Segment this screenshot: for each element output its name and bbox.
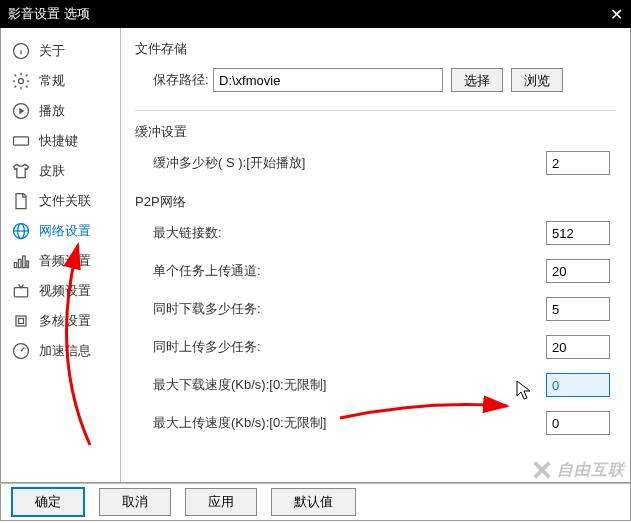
sidebar-item-accel[interactable]: 加速信息 — [1, 336, 120, 366]
ok-button[interactable]: 确定 — [11, 487, 85, 517]
svg-marker-5 — [19, 108, 24, 115]
sidebar-item-label: 音频设置 — [39, 252, 91, 270]
sidebar-item-general[interactable]: 常规 — [1, 66, 120, 96]
info-icon — [11, 41, 31, 61]
p2p-title: P2P网络 — [135, 193, 616, 211]
window-title: 影音设置 选项 — [8, 5, 90, 23]
sidebar-item-multicore[interactable]: 多核设置 — [1, 306, 120, 336]
cancel-button[interactable]: 取消 — [99, 488, 171, 516]
sidebar-item-label: 网络设置 — [39, 222, 91, 240]
sidebar-item-about[interactable]: 关于 — [1, 36, 120, 66]
svg-line-21 — [21, 348, 24, 351]
gear-icon — [11, 71, 31, 91]
buffer-seconds-input[interactable] — [546, 151, 610, 175]
max-conn-input[interactable] — [546, 221, 610, 245]
concurrent-dl-label: 同时下载多少任务: — [153, 300, 353, 318]
svg-rect-13 — [14, 263, 17, 268]
sidebar-item-playback[interactable]: 播放 — [1, 96, 120, 126]
sidebar-item-video[interactable]: 视频设置 — [1, 276, 120, 306]
sidebar-item-label: 快捷键 — [39, 132, 78, 150]
max-ul-speed-input[interactable] — [546, 411, 610, 435]
sidebar-item-assoc[interactable]: 文件关联 — [1, 186, 120, 216]
divider — [135, 110, 616, 111]
keyboard-icon — [11, 131, 31, 151]
apply-button[interactable]: 应用 — [185, 488, 257, 516]
browse-button[interactable]: 浏览 — [511, 68, 563, 92]
titlebar: 影音设置 选项 ✕ — [0, 0, 631, 28]
tv-icon — [11, 281, 31, 301]
watermark: 自由互联 — [531, 459, 625, 481]
main-area: 关于 常规 播放 快捷键 皮肤 文件关联 网络设置 音频设置 — [0, 28, 631, 483]
svg-rect-6 — [14, 137, 29, 145]
buffer-seconds-label: 缓冲多少秒( S ):[开始播放] — [153, 154, 353, 172]
concurrent-dl-input[interactable] — [546, 297, 610, 321]
path-label: 保存路径: — [153, 71, 213, 89]
svg-rect-16 — [27, 261, 29, 268]
single-upload-input[interactable] — [546, 259, 610, 283]
shirt-icon — [11, 161, 31, 181]
storage-title: 文件存储 — [135, 40, 616, 58]
sidebar: 关于 常规 播放 快捷键 皮肤 文件关联 网络设置 音频设置 — [1, 28, 121, 482]
buffer-title: 缓冲设置 — [135, 123, 616, 141]
svg-rect-17 — [14, 288, 27, 297]
path-input[interactable] — [213, 68, 443, 92]
sidebar-item-label: 文件关联 — [39, 192, 91, 210]
svg-rect-14 — [19, 259, 22, 267]
max-ul-speed-label: 最大上传速度(Kb/s):[0:无限制] — [153, 414, 353, 432]
sidebar-item-label: 皮肤 — [39, 162, 65, 180]
default-button[interactable]: 默认值 — [271, 488, 356, 516]
select-button[interactable]: 选择 — [451, 68, 503, 92]
svg-rect-18 — [16, 316, 26, 326]
concurrent-ul-label: 同时上传多少任务: — [153, 338, 353, 356]
sidebar-item-audio[interactable]: 音频设置 — [1, 246, 120, 276]
footer: 确定 取消 应用 默认值 — [0, 483, 631, 521]
svg-point-3 — [19, 79, 24, 84]
content-panel: 文件存储 保存路径: 选择 浏览 缓冲设置 缓冲多少秒( S ):[开始播放] … — [121, 28, 630, 482]
sidebar-item-label: 视频设置 — [39, 282, 91, 300]
sidebar-item-label: 加速信息 — [39, 342, 91, 360]
audio-icon — [11, 251, 31, 271]
section-buffer: 缓冲设置 缓冲多少秒( S ):[开始播放] — [135, 123, 616, 175]
sidebar-item-hotkey[interactable]: 快捷键 — [1, 126, 120, 156]
sidebar-item-label: 关于 — [39, 42, 65, 60]
cpu-icon — [11, 311, 31, 331]
sidebar-item-label: 常规 — [39, 72, 65, 90]
svg-rect-15 — [23, 256, 26, 268]
sidebar-item-network[interactable]: 网络设置 — [1, 216, 120, 246]
file-icon — [11, 191, 31, 211]
single-upload-label: 单个任务上传通道: — [153, 262, 353, 280]
max-dl-speed-input[interactable] — [546, 373, 610, 397]
close-icon[interactable]: ✕ — [610, 5, 623, 24]
play-icon — [11, 101, 31, 121]
svg-rect-19 — [19, 319, 24, 324]
globe-icon — [11, 221, 31, 241]
sidebar-item-skin[interactable]: 皮肤 — [1, 156, 120, 186]
section-p2p: P2P网络 最大链接数: 单个任务上传通道: 同时下载多少任务: 同时上传多少任… — [135, 193, 616, 435]
speed-icon — [11, 341, 31, 361]
section-storage: 文件存储 保存路径: 选择 浏览 — [135, 40, 616, 92]
concurrent-ul-input[interactable] — [546, 335, 610, 359]
max-conn-label: 最大链接数: — [153, 224, 353, 242]
sidebar-item-label: 播放 — [39, 102, 65, 120]
sidebar-item-label: 多核设置 — [39, 312, 91, 330]
max-dl-speed-label: 最大下载速度(Kb/s):[0:无限制] — [153, 376, 353, 394]
